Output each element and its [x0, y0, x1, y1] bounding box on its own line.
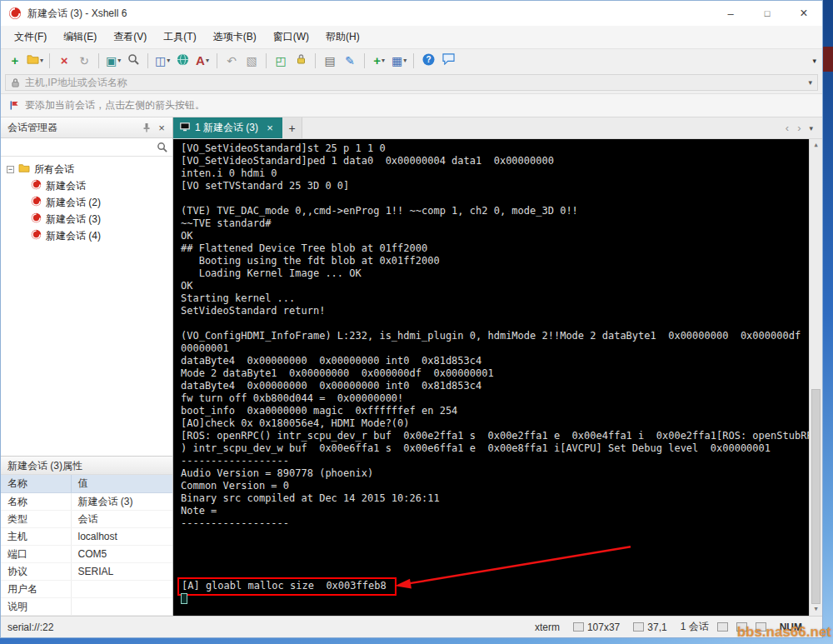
scrollbar-thumb[interactable]: [811, 389, 821, 604]
cursor-position-item: 37,1: [633, 622, 666, 633]
new-terminal-dropdown-icon[interactable]: ▾: [117, 57, 121, 64]
layout-dropdown-icon[interactable]: ▾: [403, 57, 407, 64]
panel-close-icon[interactable]: ×: [154, 120, 169, 135]
maximize-button[interactable]: □: [749, 1, 786, 26]
property-row[interactable]: 端口COM5: [1, 546, 172, 563]
terminal-line: inten.i 0 hdmi 0: [181, 167, 808, 180]
terminal-line: [181, 192, 808, 205]
property-row[interactable]: 协议SERIAL: [1, 563, 172, 581]
connection-status: serial://:22: [7, 622, 53, 633]
tab-scroll-right-icon[interactable]: ›: [793, 122, 805, 134]
property-row[interactable]: 主机localhost: [1, 528, 172, 546]
lock-icon: [296, 53, 307, 67]
globe-icon: [177, 53, 189, 68]
tree-root-all-sessions[interactable]: −所有会话: [1, 161, 172, 177]
globe-button[interactable]: [172, 52, 192, 70]
menu-item-7[interactable]: 帮助(H): [317, 26, 368, 48]
chat-button[interactable]: [438, 52, 458, 70]
tab-list-icon[interactable]: ▾: [805, 124, 817, 132]
transfer-button[interactable]: ▧: [242, 52, 262, 70]
tree-expander-icon[interactable]: −: [7, 166, 14, 173]
scroll-up-icon[interactable]: ▲: [810, 139, 822, 152]
session-label: 新建会话: [46, 179, 86, 193]
session-ball-icon: [31, 196, 42, 209]
tree-session-item-3[interactable]: 新建会话 (3): [1, 211, 172, 227]
properties-col-header-2[interactable]: 值: [71, 475, 172, 493]
host-dropdown-icon[interactable]: ▾: [808, 78, 812, 87]
pin-icon[interactable]: [139, 120, 154, 135]
reconnect-button[interactable]: ↻: [74, 52, 94, 70]
menu-item-1[interactable]: 文件(F): [6, 26, 55, 48]
tree-session-item-2[interactable]: 新建会话 (2): [1, 194, 172, 211]
menu-item-6[interactable]: 窗口(W): [265, 26, 317, 48]
menu-item-2[interactable]: 编辑(E): [55, 26, 105, 48]
new-file-dropdown-icon[interactable]: ▾: [382, 57, 385, 64]
split-view-button[interactable]: ◫▾: [152, 52, 172, 70]
property-row[interactable]: 说明: [1, 598, 172, 616]
property-row[interactable]: 名称新建会话 (3): [1, 493, 172, 511]
new-file-button[interactable]: +▾: [369, 52, 389, 70]
new-terminal-icon: ▣: [106, 55, 117, 67]
new-session-button[interactable]: +: [5, 52, 25, 70]
terminal-line: Audio Version = 890778 (phoenix): [181, 467, 808, 480]
scroll-down-icon[interactable]: ▼: [810, 603, 822, 616]
terminal-line: [181, 530, 808, 542]
tab-bar: 1 新建会话 (3) × + ‹ › ▾: [173, 117, 822, 139]
highlight-pen-button[interactable]: ✎: [340, 52, 360, 70]
toolbar-separator: [413, 53, 414, 68]
tab-scroll-left-icon[interactable]: ‹: [781, 122, 793, 134]
screen-size-item: 107x37: [573, 622, 620, 633]
terminal-line: [AO]check 0x 0x180056e4, HDMI Mode?(0): [181, 417, 808, 430]
terminal-line: 00000001: [181, 342, 808, 355]
status-tool-icon-1[interactable]: [717, 622, 728, 632]
open-folder-button[interactable]: ▾: [25, 52, 45, 70]
tree-session-item-1[interactable]: 新建会话: [1, 177, 172, 194]
property-value: 新建会话 (3): [71, 493, 172, 511]
new-tab-button[interactable]: +: [282, 117, 302, 138]
layout-button[interactable]: ▦▾: [389, 52, 409, 70]
address-bar: ▾: [1, 72, 822, 93]
property-value: [71, 598, 172, 616]
open-folder-dropdown-icon[interactable]: ▾: [40, 57, 43, 64]
terminal-scrollbar[interactable]: ▲ ▼: [809, 139, 822, 616]
font-color-icon: A: [196, 54, 205, 67]
terminal-line: (TVE) TVE_DAC_mode 0,,cmd->enProg 1!! ~~…: [181, 205, 808, 217]
terminal-line: dataByte4 0x00000000 0x00000000 int0 0x8…: [181, 355, 808, 367]
chat-icon: [442, 53, 455, 67]
property-value: SERIAL: [71, 563, 172, 581]
tree-session-item-4[interactable]: 新建会话 (4): [1, 227, 172, 244]
minimize-button[interactable]: –: [712, 1, 749, 26]
find-button[interactable]: [123, 52, 143, 70]
property-row[interactable]: 类型会话: [1, 511, 172, 528]
menu-item-4[interactable]: 工具(T): [155, 26, 204, 48]
fullscreen-button[interactable]: ◰: [271, 52, 291, 70]
menu-item-5[interactable]: 选项卡(B): [205, 26, 265, 48]
keyboard-button[interactable]: ▤: [320, 52, 340, 70]
terminal-line: [181, 542, 808, 555]
toolbar-overflow-icon[interactable]: ▾: [812, 57, 818, 65]
terminal-type[interactable]: xterm: [535, 622, 560, 633]
xshell-logo-icon: [8, 7, 22, 20]
tab-active-session[interactable]: 1 新建会话 (3) ×: [173, 117, 282, 138]
terminal[interactable]: [VO_SetVideoStandard]st 25 p 1 1 0[VO_Se…: [173, 139, 822, 616]
new-terminal-button[interactable]: ▣▾: [103, 52, 123, 70]
watermark: bbs.nas66.net: [737, 624, 831, 641]
close-button[interactable]: ×: [786, 1, 822, 26]
disconnect-button[interactable]: ×: [54, 52, 74, 70]
font-color-dropdown-icon[interactable]: ▾: [206, 57, 209, 64]
session-search-input[interactable]: [1, 138, 172, 156]
split-view-dropdown-icon[interactable]: ▾: [167, 57, 170, 64]
highlight-pen-icon: ✎: [345, 55, 355, 67]
properties-col-header-1[interactable]: 名称: [1, 475, 71, 493]
undo-button[interactable]: ↶: [222, 52, 242, 70]
cursor-position: 37,1: [647, 622, 666, 633]
help-button[interactable]: ?: [418, 52, 438, 70]
property-label: 名称: [1, 493, 71, 511]
tab-close-icon[interactable]: ×: [264, 122, 276, 134]
lock-button[interactable]: [291, 52, 311, 70]
host-input[interactable]: [25, 77, 803, 88]
title-bar: 新建会话 (3) - Xshell 6 – □ ×: [1, 1, 822, 26]
menu-item-3[interactable]: 查看(V): [105, 26, 155, 48]
font-color-button[interactable]: A▾: [192, 52, 212, 70]
property-row[interactable]: 用户名: [1, 581, 172, 598]
